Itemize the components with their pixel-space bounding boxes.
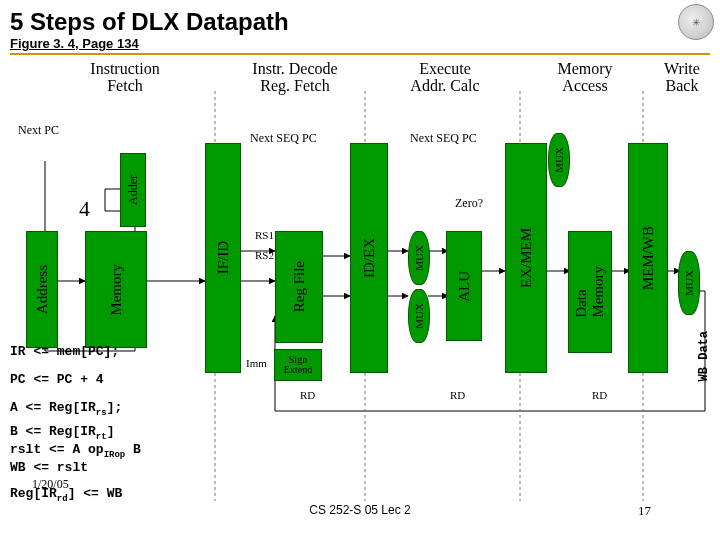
if-id-reg: IF/ID — [205, 143, 241, 373]
logo-icon: ✳ — [678, 4, 714, 40]
address-block: Address — [26, 231, 58, 348]
mem-wb-reg: MEM/WB — [628, 143, 668, 373]
zero-label: Zero? — [455, 196, 483, 211]
rd-3: RD — [592, 389, 607, 401]
data-memory-block: Data Memory — [568, 231, 612, 353]
adder-block: Adder — [120, 153, 146, 227]
stage-if-label: Instruction Fetch — [70, 61, 180, 95]
op-wb: WB <= rslt — [10, 459, 88, 477]
slide-title: 5 Steps of DLX Datapath — [10, 8, 710, 36]
datapath-diagram: Instruction Fetch Instr. Decode Reg. Fet… — [10, 61, 710, 531]
stage-id-label: Instr. Decode Reg. Fetch — [235, 61, 355, 95]
rs2-label: RS2 — [255, 249, 274, 261]
rd-1: RD — [300, 389, 315, 401]
rd-2: RD — [450, 389, 465, 401]
op-ir: IR <= mem[PC]; — [10, 343, 119, 361]
next-pc-label: Next PC — [18, 123, 59, 138]
ex-mem-reg: EX/MEM — [505, 143, 547, 373]
next-seq-pc-2: Next SEQ PC — [410, 131, 477, 146]
wb-data-label: WB Data — [697, 331, 711, 381]
alu-block: ALU — [446, 231, 482, 341]
op-a: A <= Reg[IRrs]; — [10, 399, 122, 419]
mux-wb: MUX — [678, 251, 700, 315]
reg-file-block: Reg File — [275, 231, 323, 343]
stage-mem-label: Memory Access — [540, 61, 630, 95]
imm-label: Imm — [246, 357, 267, 369]
stage-ex-label: Execute Addr. Calc — [395, 61, 495, 95]
op-b: B <= Reg[IRrt] — [10, 423, 114, 443]
op-pc: PC <= PC + 4 — [10, 371, 104, 389]
next-seq-pc-1: Next SEQ PC — [250, 131, 317, 146]
mux-alu-a: MUX — [408, 231, 430, 285]
constant-4: 4 — [79, 196, 90, 222]
stage-wb-label: Write Back — [652, 61, 712, 95]
divider — [10, 53, 710, 55]
slide-subtitle: Figure 3. 4, Page 134 — [10, 36, 710, 51]
mux-pc: MUX — [548, 133, 570, 187]
sign-extend-block: Sign Extend — [274, 349, 322, 381]
rs1-label: RS1 — [255, 229, 274, 241]
id-ex-reg: ID/EX — [350, 143, 388, 373]
mux-alu-b: MUX — [408, 289, 430, 343]
memory-if-block: Memory — [85, 231, 147, 348]
footer-center: CS 252-S 05 Lec 2 — [270, 503, 450, 517]
footer-date: 1/20/05 — [32, 477, 69, 492]
footer-page: 17 — [638, 503, 651, 519]
op-rslt: rslt <= A opIRop B — [10, 441, 141, 461]
